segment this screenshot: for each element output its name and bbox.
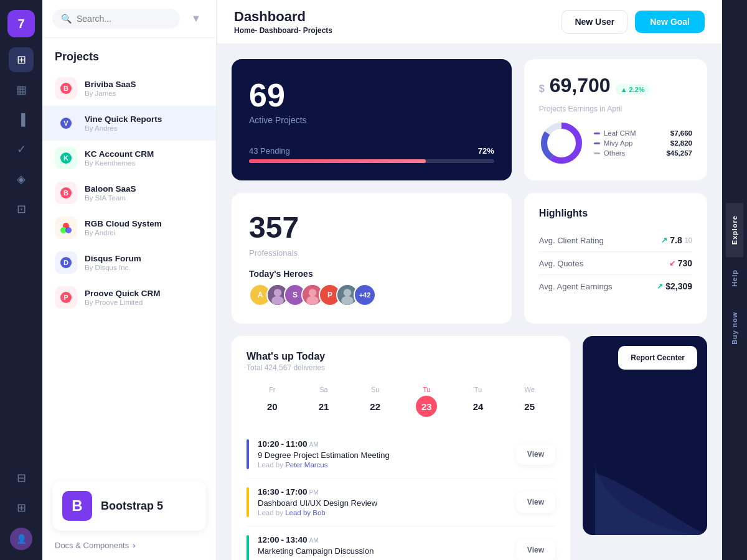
project-info: Disqus Forum By Disqus Inc. <box>85 254 204 271</box>
hl-number: 7.8 <box>670 235 682 245</box>
buy-now-button[interactable]: Buy now <box>726 299 743 357</box>
project-name: Disqus Forum <box>85 254 204 263</box>
settings-icon[interactable]: ⊟ <box>9 465 34 490</box>
project-item-baloon[interactable]: B Baloon SaaS By SIA Team <box>42 175 216 210</box>
legend-dot <box>594 152 600 154</box>
bootstrap-card[interactable]: B Bootstrap 5 <box>52 481 206 531</box>
lead-link[interactable]: Peter Marcus <box>285 461 327 469</box>
view-button-1[interactable]: View <box>516 444 555 465</box>
new-goal-button[interactable]: New Goal <box>635 11 705 33</box>
grid-icon[interactable]: ▦ <box>9 77 34 102</box>
project-info: Vine Quick Reports By Andres <box>85 114 204 132</box>
check-icon[interactable]: ✓ <box>9 137 34 162</box>
event-3: 12:00 - 13:40 AM Marketing Campaign Disc… <box>247 526 555 560</box>
search-input[interactable] <box>77 14 171 24</box>
bootstrap-label: Bootstrap 5 <box>101 500 163 513</box>
user-avatar[interactable]: 7 <box>7 10 35 37</box>
pending-label: 43 Pending <box>249 146 290 156</box>
event-bar <box>247 439 249 469</box>
hl-label: Avg. Quotes <box>539 259 583 268</box>
event-2: 16:30 - 17:00 PM Dashboard UI/UX Design … <box>247 478 555 526</box>
event-time: 12:00 - 13:40 AM <box>258 535 374 544</box>
project-icon: P <box>55 286 77 309</box>
lead-link[interactable]: Lead by Bob <box>285 509 326 516</box>
cal-day-name: Tu <box>474 386 482 393</box>
hl-number: $2,309 <box>665 281 692 291</box>
cal-day-22[interactable]: Su 22 <box>349 382 401 421</box>
project-item-vine[interactable]: V Vine Quick Reports By Andres <box>42 106 216 141</box>
professionals-card: 357 Professionals Today's Heroes A S P <box>232 193 512 324</box>
cal-day-20[interactable]: Fr 20 <box>247 382 298 421</box>
project-name: RGB Cloud System <box>85 219 204 228</box>
hl-value: ↗ $2,309 <box>657 281 692 291</box>
profile-avatar[interactable]: 👤 <box>10 528 32 550</box>
earnings-card: $ 69,700 ▲ 2.2% Projects Earnings in Apr… <box>524 59 707 180</box>
project-item-kc[interactable]: K KC Account CRM By Keenthemes <box>42 141 216 175</box>
view-button-2[interactable]: View <box>516 492 555 513</box>
hl-label: Avg. Agent Earnings <box>539 282 613 291</box>
dashboard-icon[interactable]: ⊞ <box>9 47 34 72</box>
pending-pct: 72% <box>478 146 494 156</box>
project-item-proove[interactable]: P Proove Quick CRM By Proove Limited <box>42 280 216 315</box>
legend-amount: $2,820 <box>670 139 692 147</box>
breadcrumb-text: Home- Dashboard- <box>234 26 303 35</box>
dashboard-body: 69 Active Projects 43 Pending 72% $ 69,7… <box>217 44 722 560</box>
project-icon: B <box>55 77 77 100</box>
event-bar <box>247 535 249 560</box>
hl-value: ↗ 7.8 10 <box>661 235 692 245</box>
chart-icon[interactable]: ▐ <box>9 107 34 132</box>
legend-dot <box>594 133 600 134</box>
svg-point-25 <box>344 289 351 296</box>
dollar-sign: $ <box>539 83 545 95</box>
projects-panel: 🔍 ▼ Projects B Briviba SaaS By James V V… <box>42 0 217 560</box>
search-bar: 🔍 ▼ <box>42 0 216 38</box>
svg-text:P: P <box>63 294 68 301</box>
view-button-3[interactable]: View <box>516 539 555 560</box>
layers-icon[interactable]: ◈ <box>9 167 34 192</box>
professionals-label: Professionals <box>249 248 494 258</box>
project-item-rgb[interactable]: RGB Cloud System By Andrei <box>42 210 216 245</box>
legend: Leaf CRM $7,660 Mivy App $2,820 Others $… <box>594 129 692 157</box>
cal-day-25[interactable]: We 25 <box>504 382 555 421</box>
cal-day-21[interactable]: Sa 21 <box>298 382 350 421</box>
event-name: Dashboard UI/UX Design Review <box>258 498 377 508</box>
event-ampm: AM <box>309 441 319 448</box>
cal-day-num: 25 <box>519 396 540 417</box>
cal-day-num: 23 <box>416 396 437 417</box>
project-info: Proove Quick CRM By Proove Limited <box>85 289 204 306</box>
search-box[interactable]: 🔍 <box>52 9 180 29</box>
legend-amount: $7,660 <box>670 129 692 137</box>
wave-decoration <box>595 423 707 535</box>
cal-subtitle: Total 424,567 deliveries <box>247 363 555 372</box>
cal-day-num: 21 <box>313 396 334 417</box>
cal-days: Fr 20 Sa 21 Su 22 Tu 23 <box>247 382 555 421</box>
tiles-icon[interactable]: ⊞ <box>9 495 34 520</box>
row-1: 69 Active Projects 43 Pending 72% $ 69,7… <box>232 59 707 180</box>
cal-day-23[interactable]: Tu 23 <box>401 382 453 421</box>
filter-button[interactable]: ▼ <box>186 9 206 29</box>
project-item-disqus[interactable]: D Disqus Forum By Disqus Inc. <box>42 245 216 280</box>
briefcase-icon[interactable]: ⊡ <box>9 197 34 222</box>
page-title: Dashboard <box>234 9 332 25</box>
breadcrumb-nav: Home- Dashboard- Projects <box>234 26 332 35</box>
new-user-button[interactable]: New User <box>561 10 627 34</box>
report-center-button[interactable]: Report Cecnter <box>618 346 697 370</box>
cal-day-24[interactable]: Tu 24 <box>453 382 504 421</box>
explore-button[interactable]: Explore <box>726 203 743 257</box>
heroes-section: Today's Heroes A S P <box>249 269 494 306</box>
donut-chart <box>539 121 584 166</box>
professionals-count: 357 <box>249 210 494 245</box>
legend-item-leaf: Leaf CRM $7,660 <box>594 129 692 137</box>
docs-label: Docs & Components <box>55 541 129 550</box>
project-item-briviba[interactable]: B Briviba SaaS By James <box>42 71 216 106</box>
earnings-subtitle: Projects Earnings in April <box>539 105 692 113</box>
docs-arrow: › <box>133 541 135 550</box>
highlight-row-quotes: Avg. Quotes ↙ 730 <box>539 252 692 275</box>
svg-point-10 <box>65 227 72 233</box>
event-details: 10:20 - 11:00 AM 9 Degree Project Estima… <box>258 439 390 469</box>
help-button[interactable]: Help <box>726 257 743 299</box>
event-details: 12:00 - 13:40 AM Marketing Campaign Disc… <box>258 535 374 556</box>
legend-item-others: Others $45,257 <box>594 149 692 157</box>
docs-row[interactable]: Docs & Components › <box>42 541 216 560</box>
highlight-row-rating: Avg. Client Rating ↗ 7.8 10 <box>539 229 692 252</box>
